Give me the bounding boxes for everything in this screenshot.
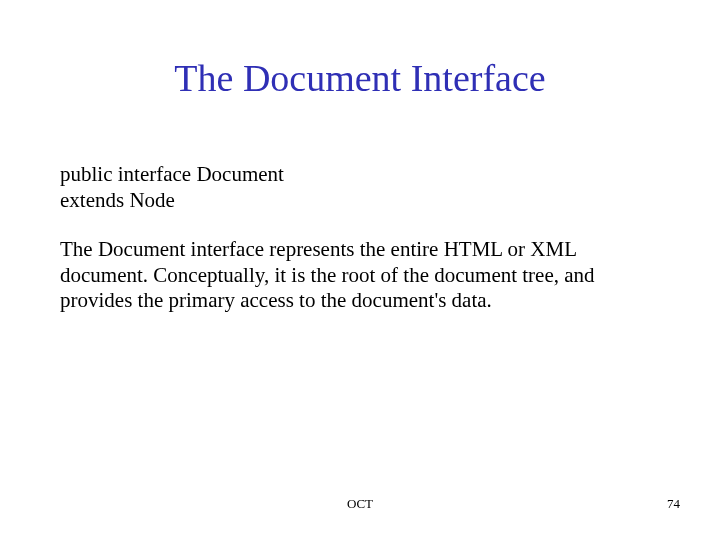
slide-body: public interface Document extends Node T…: [60, 162, 660, 314]
interface-description: The Document interface represents the en…: [60, 237, 640, 314]
footer-center-text: OCT: [347, 496, 373, 512]
declaration-line-1: public interface Document: [60, 162, 660, 188]
slide-title: The Document Interface: [60, 56, 660, 100]
interface-declaration: public interface Document extends Node: [60, 162, 660, 213]
slide: The Document Interface public interface …: [0, 0, 720, 540]
footer-page-number: 74: [667, 496, 680, 512]
declaration-line-2: extends Node: [60, 188, 660, 214]
slide-footer: OCT 74: [0, 496, 720, 516]
